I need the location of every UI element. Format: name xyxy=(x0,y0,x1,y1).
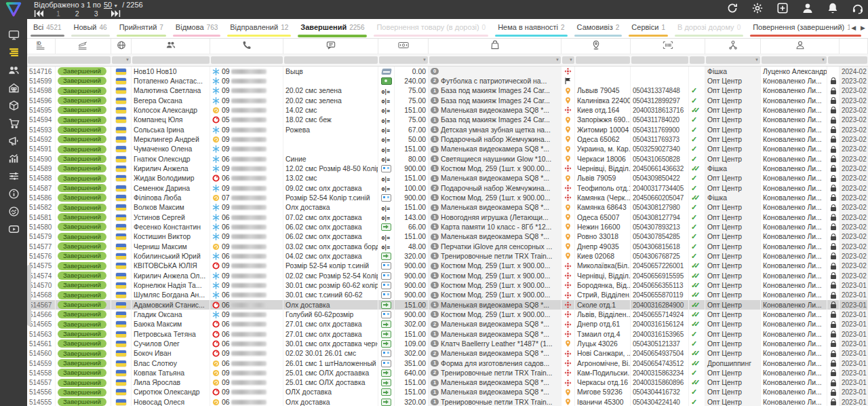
tab-11[interactable]: В дорозі додому0 xyxy=(671,19,747,38)
sidebar-item-statistics-chart[interactable] xyxy=(0,151,27,168)
column-filter-input[interactable] xyxy=(576,56,630,64)
order-row[interactable]: 514580ЗавершенийФесенко Константин0606.0… xyxy=(27,222,868,232)
column-filter-input[interactable] xyxy=(28,56,111,64)
order-row[interactable]: 514563ЗавершенийПетровська Тетяна0627.01… xyxy=(27,329,868,339)
order-row[interactable]: 514575ЗавершенийКВІТОВСЬКА ЮЛІЯ09Розмір … xyxy=(27,261,868,271)
order-row[interactable]: 514556ЗавершенийСиротюк Олександр09ОЛХ д… xyxy=(27,388,868,397)
order-row[interactable]: 514581ЗавершенийУстинов Сергей0607.02 см… xyxy=(27,213,868,222)
order-row[interactable]: 514716ЗавершенийНов10 Нов1009Выцв0.000Фі… xyxy=(27,67,868,76)
tab-6[interactable]: Завершений2256 xyxy=(294,19,370,38)
column-filter-input[interactable]: ▼ xyxy=(762,56,827,64)
order-row[interactable]: 514598ЗавершенийМалютина Светлана0920.02… xyxy=(27,86,868,96)
order-row[interactable]: 514568ЗавершенийШумляс Богдана Ан...0630… xyxy=(27,291,868,300)
column-filter-input[interactable]: ▼ xyxy=(429,56,561,64)
header-date-column[interactable] xyxy=(840,39,868,54)
order-row[interactable]: 514561ЗавершенийСучилов Олег0630.01 смс … xyxy=(27,339,868,348)
order-row[interactable]: 514592ЗавершенийМерклингер Андрей0950.00… xyxy=(27,134,868,144)
order-row[interactable]: 514582ЗавершенийВолков Максим09Олх доста… xyxy=(27,203,868,213)
tab-1[interactable]: Всі4521 xyxy=(27,19,68,38)
order-row[interactable]: 514579ЗавершенийКостишин Виктор0906.02 с… xyxy=(27,232,868,242)
sidebar-item-customers[interactable] xyxy=(0,62,27,80)
order-row[interactable]: 514593ЗавершенийСольська Ірина09Рожева67… xyxy=(27,125,868,134)
order-row[interactable]: 514555ЗавершенийНовосад Олеся06Олх доста… xyxy=(27,397,868,406)
tabs-scroll-right-icon[interactable]: ▶ xyxy=(861,24,865,31)
tab-8[interactable]: Нема в наявності2 xyxy=(492,19,570,38)
header-manager-column-icon[interactable] xyxy=(761,39,840,54)
header-comment-column-icon[interactable] xyxy=(283,39,378,54)
tab-2[interactable]: Новый46 xyxy=(68,19,113,38)
vertical-scrollbar-thumb[interactable] xyxy=(27,265,31,326)
column-filter-input[interactable] xyxy=(132,56,210,64)
page-size-select[interactable]: 50 xyxy=(104,1,112,9)
sidebar-item-marketing-megaphone[interactable] xyxy=(0,133,27,151)
page-2-button[interactable]: 2 xyxy=(73,10,82,18)
tabs-scroll-left-icon[interactable]: ◀ xyxy=(851,24,856,31)
tab-10[interactable]: Сервіси1 xyxy=(625,19,671,38)
column-filter-input[interactable]: ▼ xyxy=(112,56,131,64)
header-payment-column-icon[interactable] xyxy=(378,39,429,54)
order-row[interactable]: 514587ЗавершенийСеменюк Дарина0909.02 см… xyxy=(27,183,868,193)
order-row[interactable]: 514594ЗавершенийКомпанец Юля0518.02 смс … xyxy=(27,115,868,125)
shown-range[interactable]: Відображено з 1 по50▼/ 2256 xyxy=(34,1,143,9)
header-status-column-icon[interactable] xyxy=(56,39,111,54)
header-address-column-icon[interactable] xyxy=(561,39,631,54)
account-icon[interactable] xyxy=(802,2,814,14)
sidebar-item-dashboard-monitor[interactable] xyxy=(0,27,27,45)
header-customer-column-icon[interactable] xyxy=(132,39,210,54)
column-filter-input[interactable]: ▼ xyxy=(379,56,428,64)
column-filter-input[interactable] xyxy=(284,56,378,64)
header-phone-column-icon[interactable] xyxy=(210,39,283,54)
order-row[interactable]: 514586ЗавершенийФіліпова Люба07Розмір 52… xyxy=(27,193,868,202)
order-row[interactable]: 514566ЗавершенийГладик Оксана09Голубий 6… xyxy=(27,310,868,319)
add-square-icon[interactable] xyxy=(776,2,789,14)
support-headset-icon[interactable] xyxy=(852,2,864,14)
order-row[interactable]: 514577ЗавершенийЧерниш Максим0903.02 смс… xyxy=(27,242,868,251)
order-row[interactable]: 514576ЗавершенийКобилинський Юрий0604.02… xyxy=(27,251,868,261)
order-row[interactable]: 514588ЗавершенийЖидак Володимир0613.02 с… xyxy=(27,174,868,183)
header-fulfillment-column-icon[interactable] xyxy=(705,39,761,54)
notifications-bell-icon[interactable] xyxy=(827,2,839,14)
header-product-column-icon[interactable] xyxy=(429,39,561,54)
order-row[interactable]: 514560ЗавершенийБокоч Иван0902.02 30.01 … xyxy=(27,349,868,358)
app-logo-icon[interactable] xyxy=(5,1,22,18)
order-row[interactable]: 514558ЗавершенийКовпак Татьяна0925.01 см… xyxy=(27,368,868,377)
order-row[interactable]: 514590ЗавершенийГнатюк Олексндр06Синие80… xyxy=(27,154,868,164)
order-row[interactable]: 514589ЗавершенийКирилич Анжела0912.02 см… xyxy=(27,164,868,173)
sidebar-item-purchases-cart[interactable] xyxy=(0,115,27,133)
tab-12[interactable]: Повернення (завершений)125 xyxy=(747,19,865,38)
order-row[interactable]: 514591ЗавершенийЧумаченко Олена09151.001… xyxy=(27,145,868,154)
header-tracking-column-icon[interactable] xyxy=(631,39,705,54)
sidebar-item-settings-sliders[interactable] xyxy=(0,168,27,186)
tab-5[interactable]: Відправлений12 xyxy=(224,19,294,38)
tab-4[interactable]: Відмова763 xyxy=(170,19,224,38)
sidebar-item-video-tutorials[interactable] xyxy=(0,221,27,239)
settings-gear-icon[interactable] xyxy=(751,2,764,14)
tab-3[interactable]: Прийнятий7 xyxy=(113,19,170,38)
order-row[interactable]: 514596ЗавершенийВегера Оксана0920.02 смс… xyxy=(27,96,868,105)
column-filter-input[interactable] xyxy=(828,56,867,64)
refresh-icon[interactable] xyxy=(726,2,738,14)
order-row[interactable]: 514557ЗавершенийЛила Ярослав0925.01 смс … xyxy=(27,378,868,388)
tab-7[interactable]: Повернення товару (в дорозі)0 xyxy=(370,19,492,38)
order-row[interactable]: 514567ЗавершенийАдамовский Станис...06Ол… xyxy=(27,300,868,310)
first-page-icon[interactable] xyxy=(34,10,44,18)
tab-9[interactable]: Самовивіз2 xyxy=(571,19,626,38)
sidebar-item-warehouse[interactable] xyxy=(0,80,27,98)
order-row[interactable]: 514574ЗавершенийКирилич Анжела Ол...0902… xyxy=(27,271,868,280)
column-filter-input[interactable]: ▼ xyxy=(562,56,574,64)
sidebar-item-info[interactable] xyxy=(0,186,27,204)
last-page-icon[interactable] xyxy=(111,10,121,18)
order-row[interactable]: 514559ЗавершенийВлас Слотюу0626.01 смс 1… xyxy=(27,358,868,368)
column-filter-input[interactable] xyxy=(690,56,705,64)
header-id-column-icon[interactable]: ID xyxy=(27,39,56,54)
order-row[interactable]: 514565ЗавершенийБаюка Максим0627.01 смс … xyxy=(27,320,868,329)
page-3-button[interactable]: 3 xyxy=(92,10,101,18)
column-filter-input[interactable]: ▼ xyxy=(706,56,760,64)
column-filter-input[interactable] xyxy=(631,56,688,64)
order-row[interactable]: 514595ЗавершенийКолосок Александр0914.02… xyxy=(27,105,868,115)
header-country-column-icon[interactable] xyxy=(111,39,132,54)
page-1-button[interactable]: 1 xyxy=(54,10,63,18)
order-row[interactable]: 514599ЗавершенийПотапенко Анастас...0924… xyxy=(27,76,868,86)
sidebar-item-orders-list[interactable] xyxy=(0,45,27,62)
column-filter-input[interactable] xyxy=(211,56,283,64)
